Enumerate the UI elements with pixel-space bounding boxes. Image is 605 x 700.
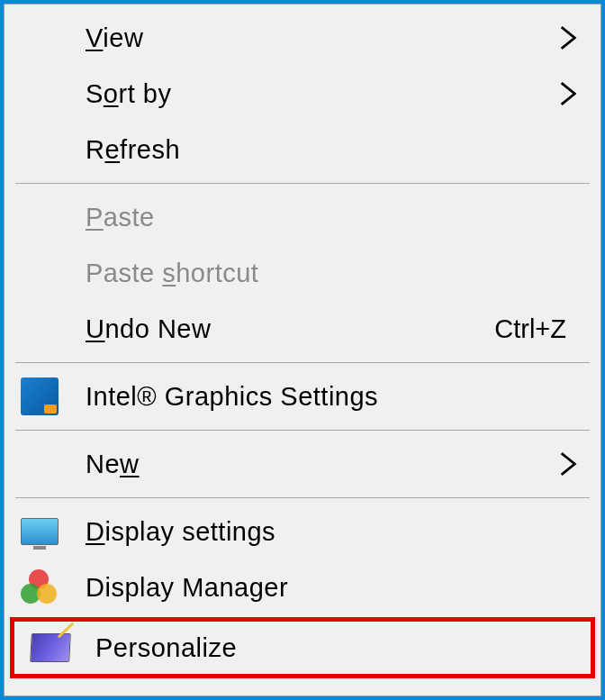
menu-separator <box>15 430 590 431</box>
menu-item-new[interactable]: New <box>5 436 600 492</box>
menu-label: Undo New <box>86 314 494 344</box>
menu-separator <box>15 497 590 498</box>
menu-item-sort-by[interactable]: Sort by <box>5 66 600 122</box>
menu-label: New <box>86 450 552 479</box>
color-wheel-icon <box>21 569 86 605</box>
menu-label: View <box>86 23 552 53</box>
chevron-right-icon <box>552 24 584 51</box>
personalize-icon <box>31 633 95 662</box>
intel-graphics-icon <box>21 377 86 415</box>
menu-label: Display settings <box>86 517 584 547</box>
menu-separator <box>15 183 590 184</box>
menu-label: Paste shortcut <box>86 259 584 288</box>
menu-label: Display Manager <box>86 573 584 603</box>
menu-item-view[interactable]: View <box>5 10 600 66</box>
desktop-context-menu: View Sort by Refresh Paste Paste shortcu… <box>4 4 601 696</box>
chevron-right-icon <box>552 450 584 477</box>
menu-item-intel-graphics[interactable]: Intel® Graphics Settings <box>5 368 600 424</box>
menu-item-paste: Paste <box>5 189 600 245</box>
chevron-right-icon <box>552 80 584 107</box>
menu-item-undo-new[interactable]: Undo New Ctrl+Z <box>5 301 600 357</box>
menu-separator <box>15 362 590 363</box>
menu-label: Paste <box>86 203 584 232</box>
keyboard-shortcut: Ctrl+Z <box>494 314 584 344</box>
menu-item-paste-shortcut: Paste shortcut <box>5 245 600 301</box>
monitor-icon <box>21 518 86 545</box>
menu-label: Personalize <box>95 633 574 663</box>
menu-label: Sort by <box>86 79 552 109</box>
menu-item-display-manager[interactable]: Display Manager <box>5 559 600 615</box>
menu-item-personalize[interactable]: Personalize <box>14 622 591 674</box>
menu-item-refresh[interactable]: Refresh <box>5 122 600 177</box>
highlight-annotation: Personalize <box>10 617 595 678</box>
menu-label: Intel® Graphics Settings <box>86 382 584 412</box>
menu-label: Refresh <box>86 135 584 165</box>
menu-item-display-settings[interactable]: Display settings <box>5 504 600 559</box>
